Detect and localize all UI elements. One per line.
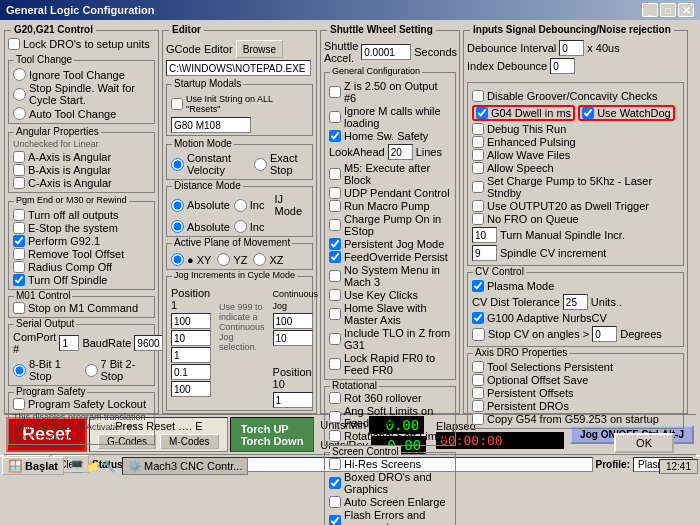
no-system-menu-label: No System Menu in Mach 3: [344, 264, 451, 288]
radius-comp-check[interactable]: [13, 261, 25, 273]
abs-ij-radio[interactable]: [171, 220, 184, 233]
pos1-val5[interactable]: [171, 381, 211, 397]
turn-off-outputs-check[interactable]: [13, 209, 25, 221]
comport-input[interactable]: [59, 335, 79, 351]
charge-pump-check[interactable]: [329, 219, 341, 231]
macro-pump-check[interactable]: [329, 200, 341, 212]
rot360-check[interactable]: [329, 392, 341, 404]
xy-radio[interactable]: [171, 253, 184, 266]
ok-button[interactable]: OK: [614, 433, 674, 453]
yz-radio[interactable]: [217, 253, 230, 266]
angle-input[interactable]: [592, 326, 617, 342]
plasma-mode-label: Plasma Mode: [487, 280, 554, 292]
key-clicks-check[interactable]: [329, 289, 341, 301]
copy-g54-check[interactable]: [472, 413, 484, 425]
plasma-mode-check[interactable]: [472, 280, 484, 292]
start-button[interactable]: 🪟 Başlat: [2, 457, 64, 475]
xz-radio[interactable]: [253, 253, 266, 266]
persistent-dros-check[interactable]: [472, 400, 484, 412]
g100-check[interactable]: [472, 312, 484, 324]
close-btn[interactable]: ✕: [678, 3, 694, 17]
taskbar-app-mach3[interactable]: ⚙️ Mach3 CNC Contr...: [122, 457, 248, 475]
pos1-val3[interactable]: [171, 347, 211, 363]
lock-dro-check[interactable]: [8, 38, 20, 50]
prog-safety-check[interactable]: [13, 398, 25, 410]
m01-stop-check[interactable]: [13, 302, 25, 314]
udp-check[interactable]: [329, 187, 341, 199]
use-watchdog-check[interactable]: [582, 107, 594, 119]
turn-off-spindle-check[interactable]: [13, 274, 25, 286]
cont-val2[interactable]: [273, 330, 313, 346]
lookahead-input[interactable]: [388, 144, 413, 160]
b-angular-label: B-Axis is Angular: [28, 164, 111, 176]
exact-stop-radio[interactable]: [254, 158, 267, 171]
z-2-5-check[interactable]: [329, 86, 341, 98]
ignore-m-check[interactable]: [329, 111, 341, 123]
include-tlo-check[interactable]: [329, 333, 341, 345]
spindle-cv-input[interactable]: [472, 245, 497, 261]
turn-manual-input[interactable]: [472, 227, 497, 243]
shuttle-accel-input[interactable]: [361, 44, 411, 60]
minimize-btn[interactable]: _: [642, 3, 658, 17]
cv-dist-input[interactable]: [563, 294, 588, 310]
mcodes-button[interactable]: M-Codes: [160, 434, 219, 449]
use-init-check[interactable]: [171, 98, 183, 110]
pos1-val1[interactable]: [171, 313, 211, 329]
g04-dwell-check[interactable]: [476, 107, 488, 119]
hires-check[interactable]: [329, 458, 341, 470]
inc-dist-radio[interactable]: [234, 199, 247, 212]
estop-check[interactable]: [13, 222, 25, 234]
b-angular-check[interactable]: [13, 164, 25, 176]
stop-cv-check[interactable]: [472, 328, 485, 341]
bit8-radio[interactable]: [13, 364, 26, 377]
cv-radio[interactable]: [171, 158, 184, 171]
tc-stop-radio[interactable]: [13, 88, 26, 101]
remove-tool-check[interactable]: [13, 248, 25, 260]
feed-override-check[interactable]: [329, 251, 341, 263]
maximize-btn[interactable]: □: [660, 3, 676, 17]
persistent-jog-check[interactable]: [329, 238, 341, 250]
m5-check[interactable]: [329, 168, 341, 180]
motion-title: Motion Mode: [172, 138, 234, 149]
inc-ij-radio[interactable]: [234, 220, 247, 233]
ang-soft-check[interactable]: [329, 411, 341, 423]
use-output20-check[interactable]: [472, 200, 484, 212]
allow-speech-check[interactable]: [472, 162, 484, 174]
pos1-val4[interactable]: [171, 364, 211, 380]
allow-wave-check[interactable]: [472, 149, 484, 161]
debug-run-check[interactable]: [472, 123, 484, 135]
browse-button[interactable]: Browse: [236, 40, 283, 58]
pos1-val2[interactable]: [171, 330, 211, 346]
editor-path-input[interactable]: [166, 60, 311, 76]
pos10-val[interactable]: [273, 392, 313, 408]
index-debounce-input[interactable]: [550, 58, 575, 74]
no-system-menu-check[interactable]: [329, 270, 341, 282]
disable-concavity-check[interactable]: [472, 90, 484, 102]
prog-safety-title: Program Safety: [14, 386, 87, 397]
persistent-offsets-check[interactable]: [472, 387, 484, 399]
lock-rapid-check[interactable]: [329, 358, 341, 370]
rot-soft-check[interactable]: [329, 430, 341, 442]
home-sw-check[interactable]: [329, 130, 341, 142]
tool-selections-check[interactable]: [472, 361, 484, 373]
turn-off-spindle-label: Turn Off Spindle: [28, 274, 108, 286]
set-charge-pump-check[interactable]: [472, 181, 484, 193]
a-angular-check[interactable]: [13, 151, 25, 163]
auto-screen-check[interactable]: [329, 496, 341, 508]
init-string-input[interactable]: [171, 117, 251, 133]
tc-auto-radio[interactable]: [13, 107, 26, 120]
home-slave-check[interactable]: [329, 308, 341, 320]
cont-val1[interactable]: [273, 313, 313, 329]
abs-dist-radio[interactable]: [171, 199, 184, 212]
c-angular-check[interactable]: [13, 177, 25, 189]
perform-g92-check[interactable]: [13, 235, 25, 247]
enhanced-pulsing-check[interactable]: [472, 136, 484, 148]
optional-offset-check[interactable]: [472, 374, 484, 386]
debounce-input[interactable]: [559, 40, 584, 56]
bit7-radio[interactable]: [85, 364, 98, 377]
flash-errors-check[interactable]: [329, 515, 341, 525]
no-fro-check[interactable]: [472, 213, 484, 225]
g20g21-title: G20,G21 Control: [11, 24, 96, 35]
boxed-dro-check[interactable]: [329, 477, 341, 489]
tc-ignore-radio[interactable]: [13, 68, 26, 81]
